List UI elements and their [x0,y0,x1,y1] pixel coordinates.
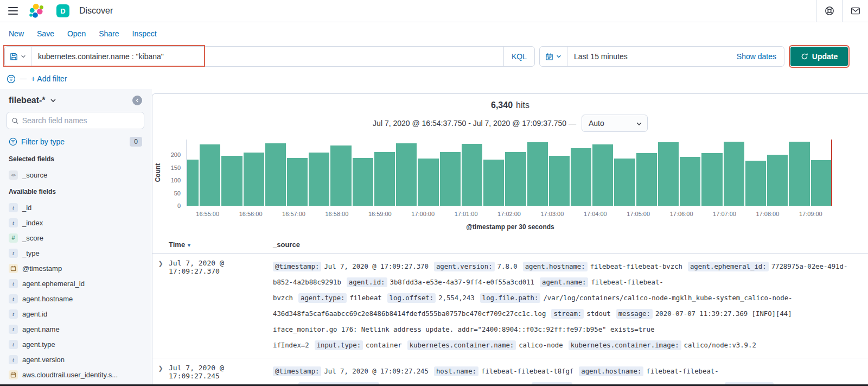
doc-source: @timestamp:Jul 7, 2020 @ 17:09:27.370age… [273,259,868,353]
histogram-bar[interactable] [680,157,700,206]
nav-link-save[interactable]: Save [37,29,54,38]
nav-link-open[interactable]: Open [67,29,86,38]
source-field-name: host.name: [434,366,478,376]
time-column-header[interactable]: Time▼ [169,241,273,249]
histogram-bar[interactable] [200,144,220,206]
nav-link-share[interactable]: Share [99,29,119,38]
chevron-down-icon [556,54,561,59]
histogram-bar[interactable] [396,143,417,206]
histogram-bar[interactable] [592,144,613,206]
histogram-bar[interactable] [767,155,788,206]
chevron-down-icon[interactable] [50,97,56,104]
source-column-header: _source [273,241,868,249]
time-range-label: Jul 7, 2020 @ 16:54:37.750 - Jul 7, 2020… [373,119,576,128]
collapse-sidebar-button[interactable] [132,96,142,105]
field-search-input[interactable] [22,116,139,125]
field-item-agent.ephemeral_id[interactable]: tagent.ephemeral_id [4,276,146,291]
filter-bar: — + Add filter [0,68,868,89]
filter-by-type-link[interactable]: Filter by type [21,137,65,146]
histogram-bar[interactable] [309,153,329,206]
histogram-bar[interactable] [265,143,286,206]
discover-breadcrumb-badge: D [56,4,69,17]
query-language-button[interactable]: KQL [503,47,534,66]
source-field-value: calico/node:v3.9.2 [684,341,756,349]
field-item-_source[interactable]: </>_source [4,167,146,182]
current-time-marker [831,140,832,206]
histogram-bar[interactable] [418,159,438,206]
nav-link-inspect[interactable]: Inspect [132,29,157,38]
histogram-bar[interactable] [745,161,766,206]
chevron-down-icon [636,121,642,127]
search-icon [11,117,19,125]
source-field-name: log.file.path: [480,293,541,303]
menu-icon[interactable] [0,7,26,15]
field-item-@timestamp[interactable]: @timestamp [4,261,146,276]
newsfeed-button[interactable] [842,0,868,22]
histogram-bar[interactable] [571,148,591,206]
mail-icon [851,6,860,16]
x-axis-title: @timestamp per 30 seconds [152,223,868,231]
time-range-value[interactable]: Last 15 minutes [567,52,729,61]
field-item-agent.name[interactable]: tagent.name [4,321,146,337]
source-field-value: Jul 7, 2020 @ 17:09:27.370 [324,263,429,270]
histogram-bar[interactable] [549,156,570,206]
histogram-bar[interactable] [527,142,548,206]
source-field-name: log.offset: [387,293,436,303]
string-field-icon: t [9,203,18,212]
histogram-bar[interactable] [636,153,657,206]
field-name: agent.hostname [22,295,73,303]
expand-row-button[interactable]: ❯ [158,365,163,374]
query-input[interactable] [31,47,503,66]
source-field-value: calico-node [519,341,563,349]
field-item-agent.hostname[interactable]: tagent.hostname [4,291,146,306]
field-item-_id[interactable]: t_id [4,200,146,215]
field-name: _index [22,219,43,227]
help-button[interactable] [816,0,842,22]
histogram-bar[interactable] [353,158,373,206]
histogram-bar[interactable] [330,145,351,206]
show-dates-link[interactable]: Show dates [729,52,784,61]
histogram-bar[interactable] [462,144,482,206]
table-row: ❯Jul 7, 2020 @ 17:09:27.245@timestamp:Ju… [152,358,868,386]
field-item-aws.cloudtrail.user_identity.s...[interactable]: aws.cloudtrail.user_identity.s... [4,367,146,382]
source-field-name: @timestamp: [273,262,321,271]
string-field-icon: t [9,294,18,303]
field-item-_index[interactable]: t_index [4,215,146,230]
saved-query-button[interactable] [5,47,31,66]
histogram-bar[interactable] [287,158,308,206]
field-item-_type[interactable]: t_type [4,245,146,261]
source-field-value: filebeat-filebeat-t8fgf [481,368,573,375]
field-item-agent.version[interactable]: tagent.version [4,352,146,367]
histogram-bar[interactable] [614,159,635,206]
histogram-bar[interactable] [221,156,242,206]
histogram-bar[interactable] [440,152,461,206]
histogram-interval-select[interactable]: Auto [582,115,648,132]
histogram-bar[interactable] [374,152,395,206]
histogram-bar[interactable] [701,153,722,206]
source-field-value: Jul 7, 2020 @ 17:09:27.245 [324,368,429,375]
histogram-bar[interactable] [724,142,744,206]
source-field-name: agent.version: [434,262,495,271]
index-pattern-selector[interactable]: filebeat-* [9,96,46,105]
histogram-bar[interactable] [811,160,832,206]
histogram-bar[interactable] [789,142,809,206]
update-button[interactable]: Update [790,47,848,66]
string-field-icon: t [9,325,18,334]
histogram-bar[interactable] [483,160,504,206]
histogram-bar[interactable] [505,152,526,206]
expand-row-button[interactable]: ❯ [158,260,163,269]
add-filter-link[interactable]: + Add filter [31,74,67,83]
histogram-bar[interactable] [187,160,199,206]
date-picker-button[interactable] [540,47,567,66]
nav-link-new[interactable]: New [9,29,24,38]
elastic-logo-icon[interactable] [29,3,44,18]
field-item-agent.type[interactable]: tagent.type [4,337,146,352]
histogram-bar[interactable] [658,142,679,206]
field-item-_score[interactable]: #_score [4,230,146,245]
field-name: agent.id [22,310,47,318]
histogram-bar[interactable] [244,153,264,206]
field-search-box[interactable] [7,112,144,129]
source-field-name: input.type: [315,340,363,350]
source-field-value: 3b8fdd3a-e53e-4a37-9ff4-e0f55a3cd011 [390,279,535,286]
field-item-agent.id[interactable]: tagent.id [4,306,146,321]
